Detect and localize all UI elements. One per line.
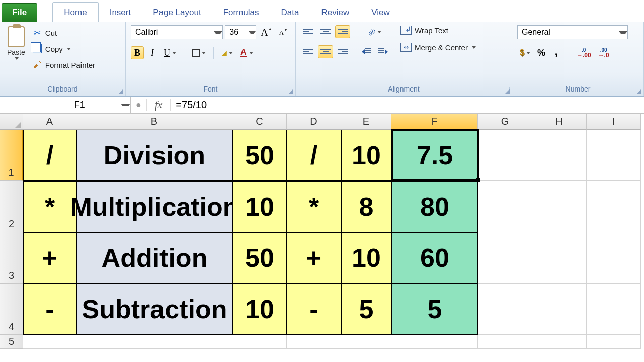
cell-B1[interactable]: Division (76, 130, 232, 181)
cell-B3[interactable]: Addition (76, 232, 232, 284)
cell-A3[interactable]: + (23, 232, 76, 284)
cell-G3[interactable] (478, 232, 532, 284)
cell-H3[interactable] (532, 232, 587, 284)
paste-button[interactable]: Paste (5, 25, 27, 61)
align-bottom-button[interactable] (335, 25, 350, 38)
row-header-5[interactable]: 5 (0, 335, 23, 349)
tab-file[interactable]: File (2, 3, 37, 22)
cut-button[interactable]: Cut (31, 27, 96, 38)
cell-A1[interactable]: / (23, 130, 76, 181)
align-middle-button[interactable] (318, 25, 333, 38)
name-box[interactable] (0, 97, 131, 113)
tab-view[interactable]: View (360, 3, 401, 22)
cell-C4[interactable]: 10 (232, 284, 287, 335)
col-header-A[interactable]: A (23, 114, 76, 130)
dialog-launcher-icon[interactable] (634, 87, 641, 94)
cell-G2[interactable] (478, 181, 532, 232)
cell-G4[interactable] (478, 284, 532, 335)
cell-C2[interactable]: 10 (232, 181, 287, 232)
cell-C1[interactable]: 50 (232, 130, 287, 181)
comma-style-button[interactable] (550, 46, 563, 59)
align-top-button[interactable] (301, 25, 316, 38)
cell-G5[interactable] (478, 335, 532, 349)
cell-A5[interactable] (23, 335, 76, 349)
dialog-launcher-icon[interactable] (503, 87, 510, 94)
row-header-3[interactable]: 3 (0, 232, 23, 284)
dialog-launcher-icon[interactable] (116, 87, 123, 94)
font-color-button[interactable] (237, 46, 256, 59)
col-header-G[interactable]: G (478, 114, 532, 130)
cell-I4[interactable] (587, 284, 641, 335)
cell-E3[interactable]: 10 (341, 232, 391, 284)
font-size-combo[interactable] (225, 25, 256, 39)
orientation-button[interactable] (359, 25, 390, 38)
cell-G1[interactable] (478, 130, 532, 181)
format-painter-button[interactable]: Format Painter (31, 59, 96, 70)
cell-E1[interactable]: 10 (341, 130, 391, 181)
cell-D3[interactable]: + (287, 232, 341, 284)
cell-A2[interactable]: * (23, 181, 76, 232)
percent-button[interactable] (535, 46, 548, 59)
row-header-4[interactable]: 4 (0, 284, 23, 335)
align-left-button[interactable] (301, 45, 316, 58)
cell-F5[interactable] (391, 335, 478, 349)
col-header-D[interactable]: D (287, 114, 341, 130)
italic-button[interactable]: I (146, 46, 159, 59)
chevron-down-icon[interactable] (214, 31, 222, 34)
cell-I1[interactable] (587, 130, 641, 181)
tab-home[interactable]: Home (52, 2, 98, 22)
col-header-C[interactable]: C (232, 114, 287, 130)
align-right-button[interactable] (335, 45, 350, 58)
cell-I2[interactable] (587, 181, 641, 232)
number-format-input[interactable] (518, 28, 618, 37)
border-button[interactable] (189, 46, 208, 59)
col-header-I[interactable]: I (587, 114, 641, 130)
increase-indent-button[interactable] (376, 45, 390, 58)
cell-D1[interactable]: / (287, 130, 341, 181)
tab-data[interactable]: Data (270, 3, 310, 22)
formula-input[interactable] (171, 99, 644, 111)
cell-C5[interactable] (232, 335, 287, 349)
tab-formulas[interactable]: Formulas (212, 3, 270, 22)
cell-H5[interactable] (532, 335, 587, 349)
decrease-font-button[interactable] (277, 26, 290, 39)
decrease-decimal-button[interactable]: .00→.0 (596, 46, 612, 59)
tab-review[interactable]: Review (310, 3, 360, 22)
fill-color-button[interactable] (219, 46, 235, 59)
cell-E5[interactable] (341, 335, 391, 349)
merge-center-button[interactable]: Merge & Center (399, 42, 477, 52)
accounting-format-button[interactable] (517, 46, 533, 59)
cell-I5[interactable] (587, 335, 641, 349)
cell-F3[interactable]: 60 (391, 232, 478, 284)
font-name-input[interactable] (131, 28, 213, 37)
cell-H1[interactable] (532, 130, 587, 181)
row-header-2[interactable]: 2 (0, 181, 23, 232)
col-header-H[interactable]: H (532, 114, 587, 130)
decrease-indent-button[interactable] (359, 45, 374, 58)
chevron-down-icon[interactable] (249, 31, 256, 34)
number-format-combo[interactable] (517, 25, 628, 39)
chevron-down-icon[interactable] (619, 31, 627, 34)
tab-page-layout[interactable]: Page Layout (142, 3, 212, 22)
cell-E2[interactable]: 8 (341, 181, 391, 232)
col-header-B[interactable]: B (76, 114, 232, 130)
row-header-1[interactable]: 1 (0, 130, 23, 181)
cell-B2[interactable]: Multiplication (76, 181, 232, 232)
cell-F4[interactable]: 5 (391, 284, 478, 335)
cell-B5[interactable] (76, 335, 232, 349)
cancel-formula-icon[interactable]: ● (131, 100, 146, 110)
cell-F1[interactable]: 7.5 (391, 130, 478, 181)
cell-C3[interactable]: 50 (232, 232, 287, 284)
bold-button[interactable]: B (131, 46, 144, 59)
dialog-launcher-icon[interactable] (286, 87, 293, 94)
wrap-text-button[interactable]: Wrap Text (399, 25, 477, 35)
increase-font-button[interactable] (258, 26, 274, 39)
font-name-combo[interactable] (131, 25, 223, 39)
font-size-input[interactable] (225, 28, 248, 37)
copy-button[interactable]: Copy (31, 43, 96, 54)
chevron-down-icon[interactable] (121, 104, 130, 106)
increase-decimal-button[interactable]: .0→.00 (574, 46, 594, 59)
cell-I3[interactable] (587, 232, 641, 284)
cell-F2[interactable]: 80 (391, 181, 478, 232)
col-header-E[interactable]: E (341, 114, 391, 130)
